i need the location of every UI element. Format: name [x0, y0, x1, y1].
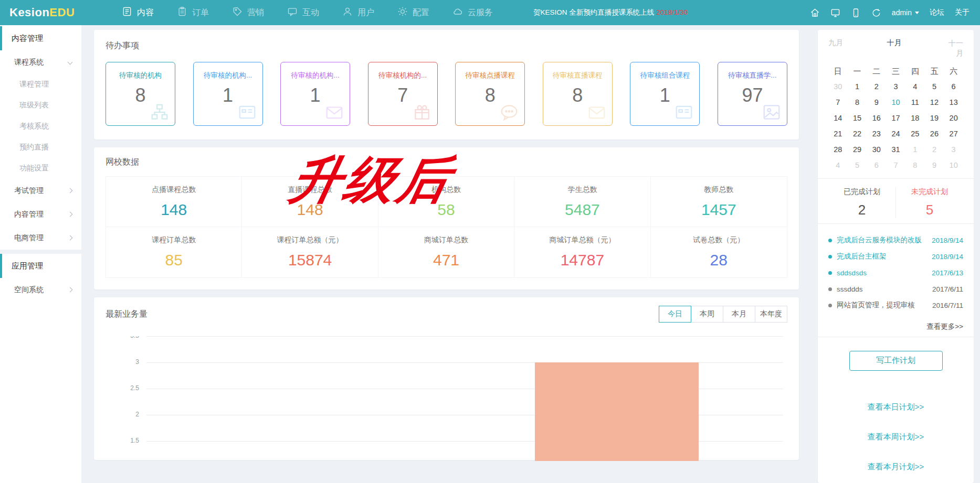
top-menu-orders[interactable]: 订单 [165, 0, 220, 25]
todo-card-pending-live-students[interactable]: 待审核直播学... 97 [718, 62, 787, 126]
calendar-day[interactable]: 29 [848, 142, 867, 157]
calendar-day[interactable]: 5 [848, 157, 867, 173]
top-menu-settings[interactable]: 配置 [386, 0, 441, 25]
user-dropdown[interactable]: admin [892, 8, 919, 17]
top-menu-interaction[interactable]: 互动 [276, 0, 331, 25]
calendar-day[interactable]: 16 [867, 110, 886, 126]
about-link[interactable]: 关于 [955, 8, 970, 17]
calendar-day[interactable]: 2 [867, 79, 886, 94]
plan-links: 查看本日计划>> 查看本周计划>> 查看本月计划>> [828, 402, 963, 472]
task-item[interactable]: 完成后台主框架 2018/9/14 [828, 249, 963, 265]
sidebar-item-feature-settings[interactable]: 功能设置 [0, 158, 81, 179]
sidebar-item-course-system[interactable]: 课程系统 [0, 50, 81, 74]
calendar-day[interactable]: 12 [925, 94, 944, 110]
see-more-link[interactable]: 查看更多>> [828, 322, 963, 331]
write-plan-button[interactable]: 写工作计划 [849, 351, 943, 371]
calendar-day[interactable]: 3 [944, 142, 963, 157]
calendar-day[interactable]: 8 [905, 157, 925, 173]
content-icon [122, 6, 132, 19]
calendar-day[interactable]: 23 [867, 126, 886, 142]
chevron-right-icon [68, 235, 73, 241]
cloud-icon [452, 6, 463, 19]
calendar-day[interactable]: 30 [828, 79, 848, 94]
todo-card-pending-org-items[interactable]: 待审核机构的... 7 [368, 62, 438, 126]
calendar-day[interactable]: 25 [905, 126, 925, 142]
top-menu-users[interactable]: 用户 [331, 0, 386, 25]
calendar-day[interactable]: 18 [905, 110, 925, 126]
calendar-day[interactable]: 26 [925, 126, 944, 142]
view-today-plan-link[interactable]: 查看本日计划>> [828, 402, 963, 412]
calendar-day[interactable]: 5 [925, 79, 944, 94]
tab-today[interactable]: 今日 [659, 306, 691, 323]
calendar-day[interactable]: 21 [828, 126, 848, 142]
calendar-day[interactable]: 7 [886, 157, 905, 173]
sidebar-item-live-booking[interactable]: 预约直播 [0, 137, 81, 158]
calendar-day[interactable]: 9 [925, 157, 944, 173]
stat-course-order-amount: 课程订单总额（元）15874 [242, 227, 378, 277]
tab-this-week[interactable]: 本周 [691, 306, 723, 323]
calendar-day[interactable]: 28 [828, 142, 848, 157]
view-week-plan-link[interactable]: 查看本周计划>> [828, 432, 963, 442]
calendar-day[interactable]: 14 [828, 110, 848, 126]
sidebar-item-ecommerce-mgmt[interactable]: 电商管理 [0, 226, 81, 250]
calendar-day[interactable]: 15 [848, 110, 867, 126]
sidebar-item-exam-mgmt[interactable]: 考试管理 [0, 179, 81, 202]
calendar-day[interactable]: 30 [867, 142, 886, 157]
sidebar-item-content-mgmt[interactable]: 内容管理 [0, 202, 81, 226]
calendar-next-month[interactable]: 十一月 [945, 38, 963, 58]
right-panel: 九月 十月 十一月 日一二三四五六 30 1 2 3 4 5 6 7 8 9 1… [818, 30, 974, 483]
mobile-icon[interactable] [851, 8, 861, 18]
calendar-day[interactable]: 1 [905, 142, 925, 157]
sidebar-item-class-list[interactable]: 班级列表 [0, 95, 81, 116]
todo-card-pending-org-3[interactable]: 待审核的机构... 1 [280, 62, 350, 126]
todo-card-pending-live-courses[interactable]: 待审核直播课程 8 [543, 62, 613, 126]
refresh-icon[interactable] [871, 8, 881, 18]
calendar-day[interactable]: 4 [828, 157, 848, 173]
calendar-day[interactable]: 13 [944, 94, 963, 110]
sidebar-divider [0, 250, 81, 254]
todo-card-pending-vod-courses[interactable]: 待审核点播课程 8 [455, 62, 525, 126]
calendar-day[interactable]: 27 [944, 126, 963, 142]
calendar-day[interactable]: 1 [848, 79, 867, 94]
calendar-day[interactable]: 19 [925, 110, 944, 126]
calendar-day-today[interactable]: 10 [886, 94, 905, 110]
calendar-day[interactable]: 6 [944, 79, 963, 94]
task-item[interactable]: sssddds 2017/6/11 [828, 281, 963, 297]
view-month-plan-link[interactable]: 查看本月计划>> [828, 462, 963, 472]
calendar-day[interactable]: 20 [944, 110, 963, 126]
calendar-day[interactable]: 17 [886, 110, 905, 126]
calendar-day[interactable]: 2 [925, 142, 944, 157]
calendar-day[interactable]: 10 [944, 157, 963, 173]
calendar-day[interactable]: 24 [886, 126, 905, 142]
sidebar-section-content-mgmt[interactable]: 内容管理 [0, 26, 81, 50]
task-item[interactable]: 完成后台云服务模块的改版 2018/9/14 [828, 232, 963, 249]
calendar-day[interactable]: 8 [848, 94, 867, 110]
sidebar-item-space-system[interactable]: 空间系统 [0, 278, 81, 302]
calendar-day[interactable]: 9 [867, 94, 886, 110]
calendar-day[interactable]: 7 [828, 94, 848, 110]
sidebar-item-assessment-system[interactable]: 考核系统 [0, 116, 81, 137]
calendar-day[interactable]: 31 [886, 142, 905, 157]
calendar-prev-month[interactable]: 九月 [828, 38, 843, 48]
calendar-day[interactable]: 6 [867, 157, 886, 173]
todo-card-pending-combo-courses[interactable]: 待审核组合课程 1 [630, 62, 700, 126]
tab-this-month[interactable]: 本月 [723, 306, 755, 323]
sidebar-item-course-mgmt[interactable]: 课程管理 [0, 74, 81, 95]
top-menu-content[interactable]: 内容 [110, 0, 165, 25]
forum-link[interactable]: 论坛 [930, 8, 944, 17]
calendar-day[interactable]: 3 [886, 79, 905, 94]
sidebar-section-app-mgmt[interactable]: 应用管理 [0, 254, 81, 278]
calendar-day[interactable]: 22 [848, 126, 867, 142]
task-item[interactable]: sddsdsds 2017/6/13 [828, 265, 963, 281]
top-menu-marketing[interactable]: 营销 [220, 0, 276, 25]
chevron-down-icon [68, 60, 73, 65]
home-icon[interactable] [810, 8, 820, 18]
todo-card-pending-org-2[interactable]: 待审核的机构... 1 [193, 62, 263, 126]
task-item[interactable]: 网站首页管理，提现审核 2016/7/11 [828, 297, 963, 314]
calendar-day[interactable]: 4 [905, 79, 925, 94]
top-menu-cloud[interactable]: 云服务 [441, 0, 504, 25]
tab-this-year[interactable]: 本年度 [755, 306, 787, 323]
calendar-day[interactable]: 11 [905, 94, 925, 110]
desktop-icon[interactable] [830, 8, 840, 18]
todo-card-pending-orgs[interactable]: 待审核的机构 8 [106, 62, 175, 126]
